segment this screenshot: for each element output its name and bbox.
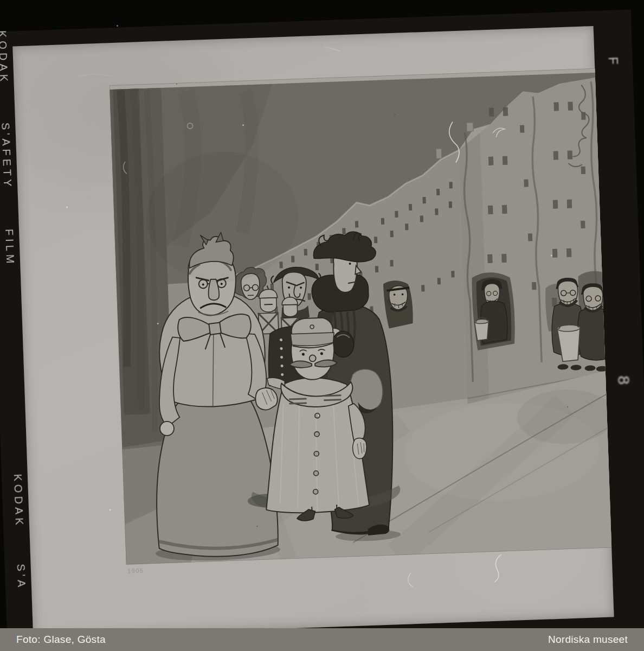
figure-doorway-man [472, 272, 516, 350]
museum-credit: Nordiska museet [548, 634, 628, 646]
caption-bar: Foto: Glase, Gösta Nordiska museet [0, 628, 644, 651]
film-edge-marking-film: FILM [3, 228, 16, 266]
photographed-film-negative: KODAK S'AFETY FILM KODAK S'A F 8 [0, 0, 644, 651]
photographer-credit: Foto: Glase, Gösta [16, 634, 106, 646]
artwork-drawing [110, 68, 614, 565]
film-edge-marking-kodak-bottom: KODAK [11, 474, 25, 528]
dust-speck [117, 25, 118, 27]
film-edge-marking-safety: S'AFETY [0, 123, 14, 190]
film-edge-marking-f: F [606, 56, 620, 65]
film-edge-marking-sa: S'A [15, 564, 28, 590]
figure-peeking-man [383, 280, 414, 329]
film-edge-marking-8: 8 [614, 375, 633, 385]
film-emulsion-frame: 1905 [12, 26, 614, 637]
film-edge-marking-kodak-top: KODAK [0, 30, 10, 85]
film-negative: KODAK S'AFETY FILM KODAK S'A F 8 [0, 10, 644, 651]
artwork-date-inscription: 1905 [127, 567, 144, 575]
